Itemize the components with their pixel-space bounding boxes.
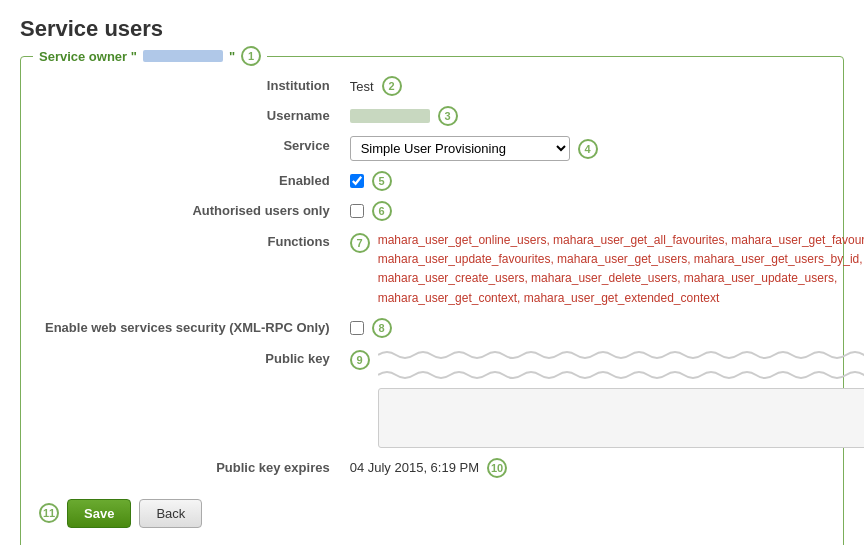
form-table: Institution Test 2 Username 3 [39, 71, 864, 483]
circle-9: 9 [350, 350, 370, 370]
circle-8: 8 [372, 318, 392, 338]
circle-10: 10 [487, 458, 507, 478]
circle-7: 7 [350, 233, 370, 253]
expires-row: Public key expires 04 July 2015, 6:19 PM… [39, 453, 864, 483]
back-button[interactable]: Back [139, 499, 202, 528]
username-flex: 3 [350, 106, 864, 126]
circle-5: 5 [372, 171, 392, 191]
service-flex: Simple User Provisioning Other Service 4 [350, 136, 864, 161]
legend-username-blur [143, 50, 223, 62]
institution-flex: Test 2 [350, 76, 864, 96]
public-key-label: Public key [39, 343, 344, 453]
circle-6: 6 [372, 201, 392, 221]
public-key-value-cell: 9 [344, 343, 864, 453]
circle-4: 4 [578, 139, 598, 159]
functions-flex: 7 mahara_user_get_online_users, mahara_u… [350, 231, 864, 308]
authorised-label: Authorised users only [39, 196, 344, 226]
institution-value-cell: Test 2 [344, 71, 864, 101]
enabled-value-cell: 5 [344, 166, 864, 196]
service-label: Service [39, 131, 344, 166]
page-title: Service users [20, 16, 844, 42]
wavy-line-1 [378, 348, 864, 362]
expires-flex: 04 July 2015, 6:19 PM 10 [350, 458, 864, 478]
public-key-flex: 9 [350, 348, 864, 448]
authorised-flex: 6 [350, 201, 864, 221]
enabled-row: Enabled 5 [39, 166, 864, 196]
username-blur [350, 109, 430, 123]
page-container: Service users Service owner " " 1 Instit… [0, 0, 864, 545]
institution-label: Institution [39, 71, 344, 101]
authorised-row: Authorised users only 6 [39, 196, 864, 226]
wavy-line-2 [378, 368, 864, 382]
xmlrpc-flex: 8 [350, 318, 864, 338]
circle-1: 1 [241, 46, 261, 66]
circle-2: 2 [382, 76, 402, 96]
public-key-row: Public key 9 [39, 343, 864, 453]
xmlrpc-value-cell: 8 [344, 313, 864, 343]
expires-label: Public key expires [39, 453, 344, 483]
authorised-value-cell: 6 [344, 196, 864, 226]
xmlrpc-label: Enable web services security (XML-RPC On… [39, 313, 344, 343]
institution-row: Institution Test 2 [39, 71, 864, 101]
enabled-label: Enabled [39, 166, 344, 196]
service-value-cell: Simple User Provisioning Other Service 4 [344, 131, 864, 166]
enabled-checkbox[interactable] [350, 174, 364, 188]
institution-value: Test [350, 79, 374, 94]
actions-row: 11 Save Back [39, 499, 825, 528]
functions-value-cell: 7 mahara_user_get_online_users, mahara_u… [344, 226, 864, 313]
username-value-cell: 3 [344, 101, 864, 131]
xmlrpc-checkbox[interactable] [350, 321, 364, 335]
public-key-textarea[interactable] [378, 388, 864, 448]
service-owner-box: Service owner " " 1 Institution Test 2 U… [20, 56, 844, 545]
expires-value-cell: 04 July 2015, 6:19 PM 10 [344, 453, 864, 483]
service-select[interactable]: Simple User Provisioning Other Service [350, 136, 570, 161]
username-label: Username [39, 101, 344, 131]
public-key-content [378, 348, 864, 448]
service-owner-legend: Service owner " " 1 [33, 46, 267, 66]
functions-row: Functions 7 mahara_user_get_online_users… [39, 226, 864, 313]
save-button[interactable]: Save [67, 499, 131, 528]
circle-11: 11 [39, 503, 59, 523]
functions-text: mahara_user_get_online_users, mahara_use… [378, 231, 864, 308]
functions-label: Functions [39, 226, 344, 313]
expires-value: 04 July 2015, 6:19 PM [350, 460, 479, 475]
circle-3: 3 [438, 106, 458, 126]
legend-prefix: Service owner " [39, 49, 137, 64]
xmlrpc-row: Enable web services security (XML-RPC On… [39, 313, 864, 343]
legend-suffix: " [229, 49, 235, 64]
authorised-checkbox[interactable] [350, 204, 364, 218]
username-row: Username 3 [39, 101, 864, 131]
service-row: Service Simple User Provisioning Other S… [39, 131, 864, 166]
enabled-flex: 5 [350, 171, 864, 191]
